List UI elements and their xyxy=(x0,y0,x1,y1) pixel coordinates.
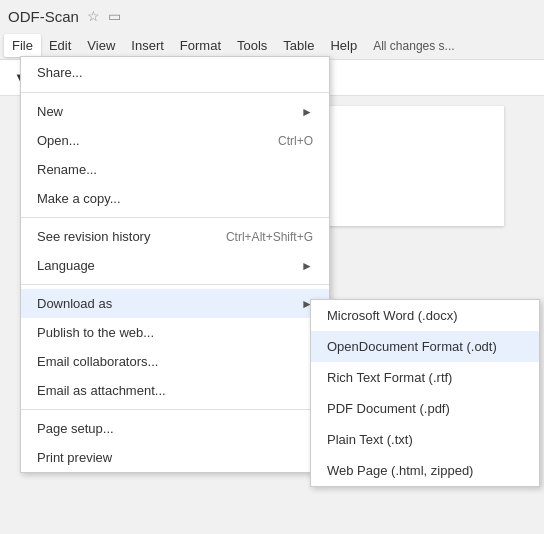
file-menu[interactable]: Share... New ► Open... Ctrl+O Rename... … xyxy=(20,56,330,473)
menu-autosave: All changes s... xyxy=(365,35,462,57)
docx-label: Microsoft Word (.docx) xyxy=(327,308,458,323)
odt-label: OpenDocument Format (.odt) xyxy=(327,339,497,354)
pdf-label: PDF Document (.pdf) xyxy=(327,401,450,416)
file-menu-downloadas[interactable]: Download as ► xyxy=(21,289,329,318)
publishtoweb-label: Publish to the web... xyxy=(37,325,154,340)
file-menu-emailcollaborators[interactable]: Email collaborators... xyxy=(21,347,329,376)
makeacopy-label: Make a copy... xyxy=(37,191,121,206)
folder-icon: ▭ xyxy=(108,8,121,24)
file-menu-divider-3 xyxy=(21,284,329,285)
file-menu-seerevision[interactable]: See revision history Ctrl+Alt+Shift+G xyxy=(21,222,329,251)
share-label: Share... xyxy=(37,65,83,80)
menu-table[interactable]: Table xyxy=(275,34,322,57)
menu-insert[interactable]: Insert xyxy=(123,34,172,57)
menu-file[interactable]: File xyxy=(4,34,41,57)
star-icon[interactable]: ☆ xyxy=(87,8,100,24)
open-shortcut: Ctrl+O xyxy=(278,134,313,148)
html-label: Web Page (.html, zipped) xyxy=(327,463,473,478)
emailcollaborators-label: Email collaborators... xyxy=(37,354,158,369)
emailasattachment-label: Email as attachment... xyxy=(37,383,166,398)
file-menu-makeacopy[interactable]: Make a copy... xyxy=(21,184,329,213)
download-pdf[interactable]: PDF Document (.pdf) xyxy=(311,393,539,424)
file-menu-new[interactable]: New ► xyxy=(21,97,329,126)
file-menu-divider-2 xyxy=(21,217,329,218)
language-label: Language xyxy=(37,258,95,273)
file-menu-printpreview[interactable]: Print preview xyxy=(21,443,329,472)
title-bar: ODF-Scan ☆ ▭ xyxy=(0,0,544,32)
txt-label: Plain Text (.txt) xyxy=(327,432,413,447)
download-txt[interactable]: Plain Text (.txt) xyxy=(311,424,539,455)
file-menu-share[interactable]: Share... xyxy=(21,57,329,88)
download-submenu[interactable]: Microsoft Word (.docx) OpenDocument Form… xyxy=(310,299,540,487)
seerevision-shortcut: Ctrl+Alt+Shift+G xyxy=(226,230,313,244)
file-menu-rename[interactable]: Rename... xyxy=(21,155,329,184)
file-menu-divider-1 xyxy=(21,92,329,93)
open-label: Open... xyxy=(37,133,80,148)
file-menu-pagesetup[interactable]: Page setup... xyxy=(21,414,329,443)
file-menu-open[interactable]: Open... Ctrl+O xyxy=(21,126,329,155)
download-html[interactable]: Web Page (.html, zipped) xyxy=(311,455,539,486)
downloadas-label: Download as xyxy=(37,296,112,311)
rtf-label: Rich Text Format (.rtf) xyxy=(327,370,452,385)
document-title: ODF-Scan xyxy=(8,8,79,25)
printpreview-label: Print preview xyxy=(37,450,112,465)
file-menu-publishtoweb[interactable]: Publish to the web... xyxy=(21,318,329,347)
menu-view[interactable]: View xyxy=(79,34,123,57)
rename-label: Rename... xyxy=(37,162,97,177)
menu-format[interactable]: Format xyxy=(172,34,229,57)
menu-tools[interactable]: Tools xyxy=(229,34,275,57)
new-arrow: ► xyxy=(301,105,313,119)
download-odt[interactable]: OpenDocument Format (.odt) xyxy=(311,331,539,362)
menu-help[interactable]: Help xyxy=(322,34,365,57)
file-menu-divider-4 xyxy=(21,409,329,410)
new-label: New xyxy=(37,104,63,119)
download-docx[interactable]: Microsoft Word (.docx) xyxy=(311,300,539,331)
file-menu-emailasattachment[interactable]: Email as attachment... xyxy=(21,376,329,405)
file-menu-language[interactable]: Language ► xyxy=(21,251,329,280)
menu-edit[interactable]: Edit xyxy=(41,34,79,57)
pagesetup-label: Page setup... xyxy=(37,421,114,436)
language-arrow: ► xyxy=(301,259,313,273)
download-rtf[interactable]: Rich Text Format (.rtf) xyxy=(311,362,539,393)
seerevision-label: See revision history xyxy=(37,229,150,244)
